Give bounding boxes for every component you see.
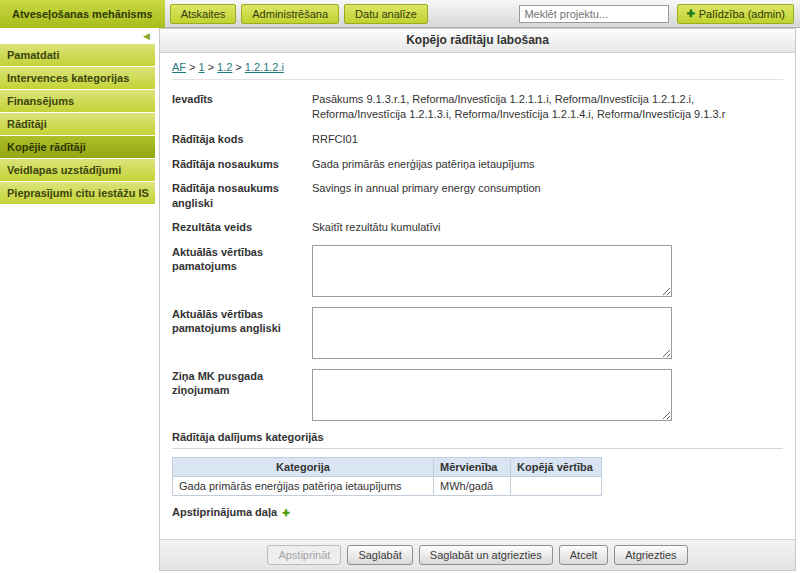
table-header-kopeja-vertiba: Kopējā vērtība (511, 457, 602, 476)
divider (172, 448, 783, 449)
page-title: Kopējo rādītāju labošana (160, 29, 795, 53)
table-cell-kategorija: Gada primārās enerģijas patēriņa ietaupī… (173, 476, 434, 495)
field-label: Rezultāta veids (172, 220, 312, 235)
table-header-kategorija: Kategorija (173, 457, 434, 476)
expand-plus-icon[interactable]: ✚ (282, 508, 290, 518)
field-label: Ziņa MK pusgada ziņojumam (172, 369, 312, 421)
section-heading-approval: Apstiprinājuma daļa✚ (172, 506, 783, 518)
saglabat-un-atgriezties-button[interactable]: Saglabāt un atgriezties (419, 545, 553, 565)
field-value: Skaitīt rezultātu kumulatīvi (312, 220, 440, 235)
field-label: Rādītāja nosaukums (172, 157, 312, 172)
field-row-raditaja-nosaukums: Rādītāja nosaukums Gada primārās enerģij… (172, 157, 783, 172)
sidebar-item-veidlapas-uzstadijumi[interactable]: Veidlapas uzstādījumi (0, 159, 155, 182)
sidebar-item-raditaji[interactable]: Rādītāji (0, 113, 155, 136)
sidebar-collapse-row: ◀ (0, 28, 155, 44)
field-row-raditaja-nosaukums-angliski: Rādītāja nosaukums angliski Savings in a… (172, 181, 783, 210)
apstiprinat-button[interactable]: Apstiprināt (267, 545, 341, 565)
main-panel: Kopējo rādītāju labošana AF>1>1.2>1.2.1.… (159, 28, 796, 571)
field-row-aktualas-vertibas-pamatojums-angliski: Aktuālās vērtības pamatojums angliski (172, 307, 783, 359)
field-label: Aktuālās vērtības pamatojums (172, 245, 312, 297)
table-header-mervieniba: Mērvienība (434, 457, 511, 476)
field-row-raditaja-kods: Rādītāja kods RRFCI01 (172, 132, 783, 147)
field-value: Pasākums 9.1.3.r.1, Reforma/Investīcija … (312, 92, 783, 122)
field-value: Gada primārās enerģijas patēriņa ietaupī… (312, 157, 535, 172)
tab-administresana[interactable]: Administrēšana (241, 4, 339, 24)
atcelt-button[interactable]: Atcelt (559, 545, 609, 565)
collapse-sidebar-icon[interactable]: ◀ (143, 31, 150, 41)
tab-atveselosanas-mehanisms[interactable]: Atveseļošanas mehānisms (0, 0, 165, 28)
field-label: Ievadīts (172, 92, 312, 122)
approval-heading-label: Apstiprinājuma daļa (172, 506, 277, 518)
topbar: Atveseļošanas mehānisms Atskaites Admini… (0, 0, 800, 28)
field-value: Savings in annual primary energy consump… (312, 181, 541, 210)
breadcrumb: AF>1>1.2>1.2.1.2.i (172, 61, 783, 80)
sidebar-item-intervences-kategorijas[interactable]: Intervences kategorijas (0, 67, 155, 90)
sidebar: ◀ Pamatdati Intervences kategorijas Fina… (0, 28, 155, 205)
field-row-aktualas-vertibas-pamatojums: Aktuālās vērtības pamatojums (172, 245, 783, 297)
breadcrumb-link-1[interactable]: 1 (199, 61, 205, 73)
field-row-zina-mk-pusgada-zinojumam: Ziņa MK pusgada ziņojumam (172, 369, 783, 421)
footer-button-bar: Apstiprināt Saglabāt Saglabāt un atgriez… (160, 539, 795, 570)
sidebar-item-pieprasijumi-citu-iestazu-is[interactable]: Pieprasījumi citu iestāžu IS (0, 182, 155, 205)
help-button[interactable]: ✚ Palīdzība (admin) (677, 4, 794, 24)
breadcrumb-link-af[interactable]: AF (172, 61, 186, 73)
breadcrumb-link-1-2[interactable]: 1.2 (217, 61, 232, 73)
breadcrumb-separator: > (235, 61, 241, 73)
tab-atskaites[interactable]: Atskaites (170, 4, 237, 24)
atgriezties-button[interactable]: Atgriezties (614, 545, 687, 565)
sidebar-item-finansejums[interactable]: Finansējums (0, 90, 155, 113)
search-input[interactable] (519, 5, 669, 23)
table-cell-kopeja-vertiba (511, 476, 602, 495)
form-content: AF>1>1.2>1.2.1.2.i Ievadīts Pasākums 9.1… (160, 53, 795, 518)
section-heading-categories: Rādītāja dalījums kategorijās (172, 431, 783, 443)
breadcrumb-link-1-2-1-2-i[interactable]: 1.2.1.2.i (245, 61, 284, 73)
field-label: Rādītāja nosaukums angliski (172, 181, 312, 210)
table-cell-mervieniba: MWh/gadā (434, 476, 511, 495)
categories-table: Kategorija Mērvienība Kopējā vērtība Gad… (172, 457, 602, 496)
tab-datu-analize[interactable]: Datu analīze (344, 4, 428, 24)
table-row: Gada primārās enerģijas patēriņa ietaupī… (173, 476, 602, 495)
field-label: Aktuālās vērtības pamatojums angliski (172, 307, 312, 359)
plus-icon: ✚ (686, 8, 694, 19)
aktualas-vertibas-pamatojums-angliski-textarea[interactable] (312, 307, 672, 359)
breadcrumb-separator: > (189, 61, 195, 73)
field-row-ievadits: Ievadīts Pasākums 9.1.3.r.1, Reforma/Inv… (172, 92, 783, 122)
sidebar-item-pamatdati[interactable]: Pamatdati (0, 44, 155, 67)
zina-mk-pusgada-zinojumam-textarea[interactable] (312, 369, 672, 421)
breadcrumb-separator: > (208, 61, 214, 73)
saglabat-button[interactable]: Saglabāt (347, 545, 412, 565)
help-button-label: Palīdzība (admin) (699, 8, 785, 20)
sidebar-item-kopejie-raditaji[interactable]: Kopējie rādītāji (0, 136, 155, 159)
table-header-row: Kategorija Mērvienība Kopējā vērtība (173, 457, 602, 476)
field-value: RRFCI01 (312, 132, 358, 147)
aktualas-vertibas-pamatojums-textarea[interactable] (312, 245, 672, 297)
field-label: Rādītāja kods (172, 132, 312, 147)
field-row-rezultata-veids: Rezultāta veids Skaitīt rezultātu kumula… (172, 220, 783, 235)
